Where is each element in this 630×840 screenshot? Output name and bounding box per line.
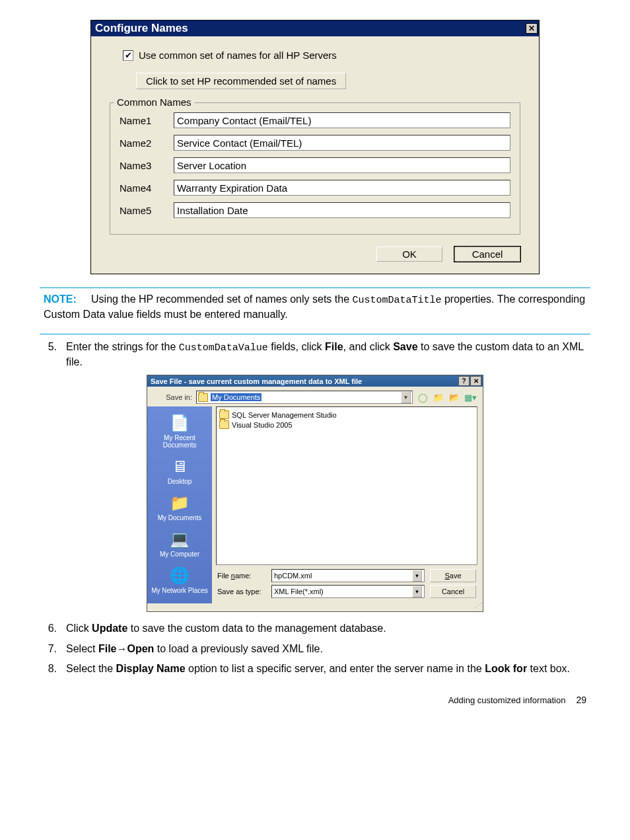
name5-input[interactable] bbox=[174, 202, 510, 218]
name1-label: Name1 bbox=[120, 115, 164, 126]
sidebar-documents[interactable]: 📁My Documents bbox=[147, 490, 212, 527]
dialog-title: Configure Names bbox=[95, 22, 188, 35]
filename-label: File name: bbox=[212, 572, 266, 580]
new-folder-icon[interactable]: 📂 bbox=[448, 391, 460, 403]
save-toolbar: Save in: My Documents ▼ ◯ 📁 📂 ▦▾ bbox=[147, 387, 483, 406]
name3-label: Name3 bbox=[120, 160, 164, 171]
up-folder-icon[interactable]: 📁 bbox=[433, 391, 444, 403]
computer-icon: 💻 bbox=[168, 529, 191, 549]
note-label: NOTE: bbox=[44, 293, 77, 305]
cancel-button[interactable]: Cancel bbox=[430, 585, 476, 598]
view-menu-icon[interactable]: ▦▾ bbox=[464, 391, 476, 403]
list-item[interactable]: SQL Server Management Studio bbox=[219, 410, 474, 420]
page-footer: Adding customized information 29 bbox=[40, 695, 590, 705]
network-icon: 🌐 bbox=[168, 566, 191, 586]
folder-icon bbox=[198, 393, 208, 402]
filename-input[interactable]: hpCDM.xml▼ bbox=[271, 569, 425, 582]
common-names-group: Common Names Name1 Name2 Name3 Name4 bbox=[110, 102, 520, 235]
group-legend: Common Names bbox=[114, 96, 194, 108]
help-button[interactable]: ? bbox=[458, 376, 470, 386]
step-7: 7. Select File→Open to load a previously… bbox=[40, 642, 590, 656]
dialog-titlebar: Configure Names ✕ bbox=[91, 20, 539, 36]
cancel-button[interactable]: Cancel bbox=[454, 247, 520, 262]
common-names-checkbox[interactable]: ✔ bbox=[123, 50, 133, 61]
places-sidebar: 📄My Recent Documents 🖥Desktop 📁My Docume… bbox=[147, 406, 212, 603]
save-dialog-titlebar: Save File - save current custom manageme… bbox=[147, 375, 483, 387]
saveastype-input[interactable]: XML File(*.xml)▼ bbox=[271, 585, 425, 598]
sidebar-recent[interactable]: 📄My Recent Documents bbox=[147, 410, 212, 454]
sidebar-computer[interactable]: 💻My Computer bbox=[147, 527, 212, 563]
step-5: 5. Enter the strings for the CustomDataV… bbox=[40, 340, 590, 369]
recent-icon: 📄 bbox=[168, 413, 191, 433]
sidebar-network[interactable]: 🌐My Network Places bbox=[147, 563, 212, 599]
configure-names-dialog: Configure Names ✕ ✔ Use common set of na… bbox=[90, 20, 540, 274]
back-icon[interactable]: ◯ bbox=[417, 391, 429, 403]
name2-label: Name2 bbox=[120, 137, 164, 149]
page-number: 29 bbox=[576, 695, 586, 705]
step-8: 8. Select the Display Name option to lis… bbox=[40, 662, 590, 676]
dropdown-arrow-icon[interactable]: ▼ bbox=[412, 570, 422, 582]
ok-button[interactable]: OK bbox=[376, 247, 442, 262]
save-button[interactable]: Save bbox=[430, 569, 476, 582]
name3-input[interactable] bbox=[174, 157, 510, 173]
close-button[interactable]: ✕ bbox=[526, 23, 538, 34]
dropdown-arrow-icon[interactable]: ▼ bbox=[401, 391, 411, 403]
resize-grip[interactable]: ⋰ bbox=[147, 603, 483, 611]
desktop-icon: 🖥 bbox=[168, 457, 191, 477]
divider bbox=[40, 334, 590, 334]
savein-label: Save in: bbox=[154, 393, 192, 401]
saveastype-label: Save as type: bbox=[212, 588, 266, 595]
recommended-names-button[interactable]: Click to set HP recommended set of names bbox=[136, 73, 346, 89]
close-button[interactable]: ✕ bbox=[470, 376, 481, 386]
footer-text: Adding customized information bbox=[448, 695, 566, 705]
checkbox-label: Use common set of names for all HP Serve… bbox=[139, 50, 337, 61]
file-list[interactable]: SQL Server Management Studio Visual Stud… bbox=[216, 406, 477, 565]
name4-input[interactable] bbox=[174, 180, 510, 196]
list-item[interactable]: Visual Studio 2005 bbox=[219, 420, 474, 430]
name1-input[interactable] bbox=[174, 112, 510, 128]
save-file-dialog: Save File - save current custom manageme… bbox=[147, 375, 483, 612]
name5-label: Name5 bbox=[120, 205, 164, 216]
save-dialog-title: Save File - save current custom manageme… bbox=[151, 377, 362, 385]
folder-icon bbox=[219, 420, 229, 429]
step-6: 6. Click Update to save the custom data … bbox=[40, 621, 590, 636]
name4-label: Name4 bbox=[120, 182, 164, 194]
savein-dropdown[interactable]: My Documents ▼ bbox=[196, 391, 413, 404]
documents-icon: 📁 bbox=[168, 493, 191, 513]
note-block: NOTE: Using the HP recommended set of na… bbox=[40, 292, 590, 322]
sidebar-desktop[interactable]: 🖥Desktop bbox=[147, 454, 212, 490]
folder-icon bbox=[219, 410, 229, 419]
name2-input[interactable] bbox=[174, 135, 510, 151]
divider bbox=[40, 287, 590, 288]
dropdown-arrow-icon[interactable]: ▼ bbox=[412, 586, 422, 597]
